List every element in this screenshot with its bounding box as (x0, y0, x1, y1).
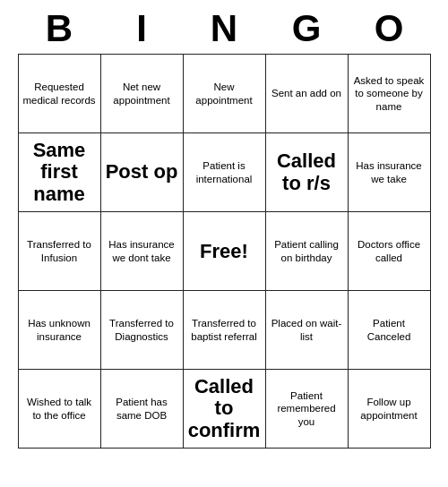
bingo-cell-2[interactable]: New appointment (184, 55, 266, 133)
bingo-cell-0[interactable]: Requested medical records (19, 55, 101, 133)
bingo-cell-9[interactable]: Has insurance we take (349, 133, 431, 212)
bingo-title: B I N G O (18, 0, 430, 54)
bingo-cell-10[interactable]: Transferred to Infusion (19, 212, 101, 291)
bingo-cell-11[interactable]: Has insurance we dont take (101, 212, 184, 291)
title-b: B (23, 7, 95, 50)
bingo-cell-16[interactable]: Transferred to Diagnostics (101, 291, 184, 370)
bingo-cell-22[interactable]: Called to confirm (184, 370, 266, 449)
bingo-cell-3[interactable]: Sent an add on (266, 55, 349, 133)
bingo-cell-12[interactable]: Free! (184, 212, 266, 291)
bingo-cell-14[interactable]: Doctors office called (349, 212, 431, 291)
bingo-cell-24[interactable]: Follow up appointment (349, 370, 431, 449)
bingo-cell-1[interactable]: Net new appointment (101, 55, 184, 133)
bingo-cell-21[interactable]: Patient has same DOB (101, 370, 184, 449)
bingo-cell-15[interactable]: Has unknown insurance (19, 291, 101, 370)
bingo-cell-20[interactable]: Wished to talk to the office (19, 370, 101, 449)
bingo-grid: Requested medical recordsNet new appoint… (18, 54, 431, 449)
title-n: N (188, 7, 260, 50)
bingo-cell-8[interactable]: Called to r/s (266, 133, 349, 212)
bingo-cell-6[interactable]: Post op (101, 133, 184, 212)
bingo-cell-23[interactable]: Patient remembered you (266, 370, 349, 449)
title-g: G (271, 7, 342, 50)
bingo-cell-4[interactable]: Asked to speak to someone by name (349, 55, 431, 133)
bingo-cell-17[interactable]: Transferred to baptist referral (184, 291, 266, 370)
bingo-cell-18[interactable]: Placed on wait-list (266, 291, 349, 370)
title-o: O (353, 7, 425, 50)
bingo-cell-13[interactable]: Patient calling on birthday (266, 212, 349, 291)
bingo-cell-19[interactable]: Patient Canceled (349, 291, 431, 370)
bingo-cell-7[interactable]: Patient is international (184, 133, 266, 212)
bingo-cell-5[interactable]: Same first name (19, 133, 101, 212)
title-i: I (106, 7, 177, 50)
